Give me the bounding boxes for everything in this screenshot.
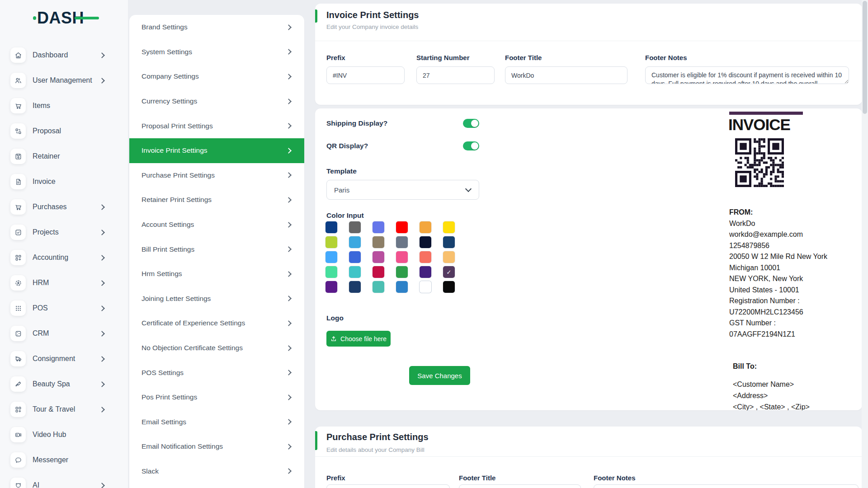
page-scrollbar-thumb[interactable] [863, 1, 867, 114]
settings-nav-item-joining-letter-settings[interactable]: Joining Letter Settings [129, 286, 304, 311]
color-swatch[interactable] [349, 236, 361, 248]
chevron-right-icon [99, 280, 105, 286]
party-line: <Address><Address> [733, 390, 855, 401]
chevron-right-icon [286, 24, 292, 30]
sidebar-item-consignment[interactable]: Consignment [0, 346, 128, 371]
footer-notes-textarea[interactable]: Customer is eligible for 1% discount if … [645, 66, 849, 84]
settings-nav-item-email-settings[interactable]: Email Settings [129, 410, 304, 435]
color-swatch[interactable] [349, 266, 361, 278]
upload-icon [330, 336, 337, 342]
color-swatch[interactable] [373, 236, 384, 248]
settings-nav-item-retainer-print-settings[interactable]: Retainer Print Settings [129, 188, 304, 212]
sidebar-item-accounting[interactable]: Accounting [0, 245, 128, 270]
sidebar-item-projects[interactable]: Projects [0, 220, 128, 245]
settings-nav-label: Brand Settings [142, 23, 188, 31]
color-swatch[interactable] [420, 266, 431, 278]
sidebar-item-label: Projects [33, 228, 59, 236]
color-swatch[interactable] [349, 281, 361, 293]
sidebar-item-items[interactable]: Items [0, 93, 128, 118]
floppy-icon [10, 149, 26, 164]
from-line: GST Number : [729, 318, 827, 329]
settings-nav-item-currency-settings[interactable]: Currency Settings [129, 89, 304, 114]
qr-display-toggle[interactable] [463, 141, 479, 150]
color-swatch[interactable] [326, 236, 337, 248]
color-swatch[interactable] [326, 266, 337, 278]
shipping-display-toggle[interactable] [463, 119, 479, 128]
settings-nav-item-invoice-print-settings[interactable]: Invoice Print Settings [129, 138, 304, 163]
sidebar-item-pos[interactable]: POS [0, 296, 128, 321]
color-swatch[interactable] [326, 281, 337, 293]
choose-file-button[interactable]: Choose file here [326, 331, 391, 347]
purchase-footer-notes-input[interactable] [594, 484, 859, 488]
sidebar-item-crm[interactable]: CRM [0, 321, 128, 346]
color-swatch[interactable] [420, 251, 431, 263]
chevron-right-icon [286, 99, 292, 104]
brand-logo[interactable]: DASH [37, 10, 84, 26]
settings-nav-item-brand-settings[interactable]: Brand Settings [129, 15, 304, 40]
template-select[interactable]: Paris [326, 180, 479, 200]
settings-nav-item-certificate-of-experience-settings[interactable]: Certificate of Experience Settings [129, 311, 304, 336]
invoice-print-settings-card: Invoice Print Settings Edit your Company… [315, 4, 862, 105]
color-swatch[interactable] [396, 281, 408, 293]
settings-nav-item-purchase-print-settings[interactable]: Purchase Print Settings [129, 163, 304, 188]
sidebar-item-tour-travel[interactable]: Tour & Travel [0, 397, 128, 422]
sidebar-item-ai[interactable]: AI [0, 473, 128, 488]
color-swatch[interactable] [443, 251, 455, 263]
from-label: FROM: [729, 207, 827, 218]
purchase-prefix-input[interactable] [326, 484, 450, 488]
settings-nav-item-slack[interactable]: Slack [129, 459, 304, 484]
from-line: WorkDo [729, 218, 827, 230]
color-swatch[interactable] [420, 221, 431, 233]
color-swatch[interactable] [373, 281, 384, 293]
starting-number-input[interactable] [416, 66, 495, 84]
settings-nav-label: Invoice Print Settings [142, 146, 208, 155]
settings-nav-item-email-notification-settings[interactable]: Email Notification Settings [129, 434, 304, 459]
sidebar-item-purchases[interactable]: Purchases [0, 194, 128, 220]
prefix-input[interactable] [326, 66, 405, 84]
sidebar-item-dashboard[interactable]: Dashboard [0, 42, 128, 68]
color-swatch[interactable] [373, 251, 384, 263]
section-subtitle: Edit your Company invoice details [326, 23, 418, 30]
purchase-footer-title-input[interactable] [459, 484, 581, 488]
color-swatch[interactable] [420, 281, 431, 293]
settings-nav-item-company-settings[interactable]: Company Settings [129, 64, 304, 89]
sidebar-item-retainer[interactable]: Retainer [0, 144, 128, 169]
sidebar-item-hrm[interactable]: HRM [0, 270, 128, 296]
settings-nav-item-pos-settings[interactable]: POS Settings [129, 360, 304, 385]
settings-nav-item-pos-print-settings[interactable]: Pos Print Settings [129, 385, 304, 410]
color-swatch[interactable] [443, 281, 455, 293]
color-swatch[interactable] [396, 236, 408, 248]
footer-title-input[interactable] [505, 66, 627, 84]
sidebar-item-beauty-spa[interactable]: Beauty Spa [0, 371, 128, 397]
settings-nav-item-hrm-settings[interactable]: Hrm Settings [129, 262, 304, 286]
sidebar-item-user-management[interactable]: User Management [0, 68, 128, 93]
chevron-right-icon [286, 370, 292, 375]
settings-nav-item-no-objection-certificate-settings[interactable]: No Objection Certificate Settings [129, 336, 304, 361]
from-line: U72200MH2LC123456 [729, 307, 827, 318]
color-swatch[interactable] [443, 236, 455, 248]
color-swatch[interactable] [349, 251, 361, 263]
settings-nav-item-account-settings[interactable]: Account Settings [129, 212, 304, 237]
color-swatch[interactable] [349, 221, 361, 233]
sidebar-item-invoice[interactable]: Invoice [0, 169, 128, 194]
sidebar-item-proposal[interactable]: Proposal [0, 118, 128, 144]
sidebar-item-messenger[interactable]: Messenger [0, 447, 128, 473]
color-swatch[interactable] [443, 221, 455, 233]
color-swatch[interactable] [373, 221, 384, 233]
color-swatch[interactable] [396, 221, 408, 233]
color-swatch[interactable] [326, 251, 337, 263]
settings-nav-item-proposal-print-settings[interactable]: Proposal Print Settings [129, 113, 304, 138]
color-swatch[interactable] [373, 266, 384, 278]
swap-boxes-icon [10, 123, 26, 139]
settings-nav-item-bill-print-settings[interactable]: Bill Print Settings [129, 237, 304, 262]
color-swatch[interactable]: ✓ [443, 266, 455, 278]
chevron-right-icon [286, 49, 292, 55]
sidebar-item-video-hub[interactable]: Video Hub [0, 422, 128, 447]
color-swatch[interactable] [396, 251, 408, 263]
color-swatch[interactable] [420, 236, 431, 248]
save-changes-button[interactable]: Save Changes [409, 366, 470, 385]
qr-code [735, 138, 784, 187]
color-swatch[interactable] [326, 221, 337, 233]
color-swatch[interactable] [396, 266, 408, 278]
settings-nav-item-system-settings[interactable]: System Settings [129, 40, 304, 65]
